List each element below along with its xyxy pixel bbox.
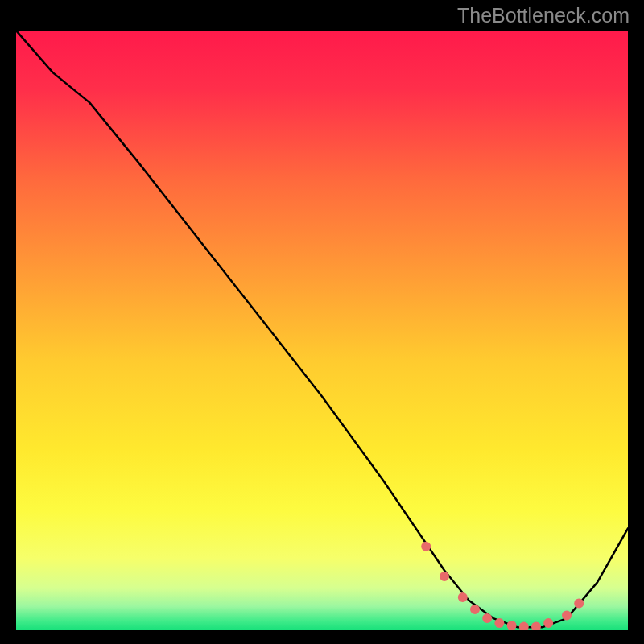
data-marker <box>574 599 584 609</box>
data-marker <box>531 622 541 631</box>
watermark: TheBottleneck.com <box>457 4 630 27</box>
chart <box>16 31 628 630</box>
data-marker <box>440 572 449 581</box>
data-marker <box>458 592 468 602</box>
data-marker <box>543 618 553 628</box>
data-marker <box>482 613 492 623</box>
chart-curve <box>16 31 628 630</box>
data-marker <box>470 605 480 614</box>
data-marker <box>494 618 504 628</box>
data-marker <box>507 621 517 630</box>
data-marker <box>562 610 572 620</box>
data-marker <box>519 622 529 631</box>
data-marker <box>421 542 431 551</box>
